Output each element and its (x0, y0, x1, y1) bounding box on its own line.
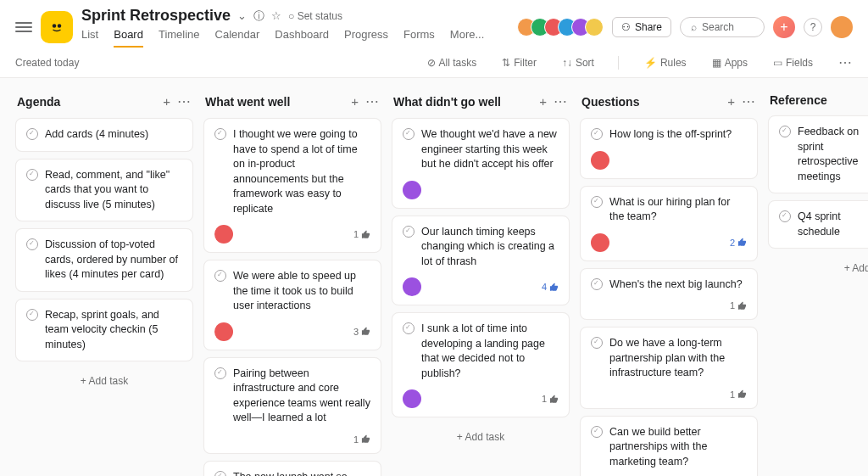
complete-check-icon[interactable] (26, 309, 38, 321)
complete-check-icon[interactable] (403, 226, 415, 238)
add-task-button[interactable]: + Add task (392, 424, 570, 450)
filter-button[interactable]: ⇅Filter (502, 57, 537, 69)
card[interactable]: Discussion of top-voted cards, ordered b… (15, 228, 193, 292)
like-button[interactable]: 3 (353, 327, 370, 337)
like-button[interactable]: 1 (542, 394, 559, 404)
column-title[interactable]: Agenda (17, 95, 156, 109)
project-logo[interactable] (41, 11, 73, 43)
share-button[interactable]: ⚇ Share (612, 17, 671, 37)
tab-timeline[interactable]: Timeline (159, 28, 200, 48)
fields-button[interactable]: ▭Fields (773, 57, 813, 69)
complete-check-icon[interactable] (779, 126, 791, 137)
menu-icon[interactable] (15, 22, 32, 32)
assignee-avatar[interactable] (403, 181, 421, 199)
complete-check-icon[interactable] (403, 322, 415, 334)
card-text: Recap, sprint goals, and team velocity c… (45, 308, 182, 353)
like-button[interactable]: 1 (353, 229, 370, 239)
tab-board[interactable]: Board (114, 28, 143, 48)
search-icon: ⌕ (691, 21, 697, 33)
chevron-down-icon[interactable]: ⌄ (237, 9, 247, 22)
complete-check-icon[interactable] (214, 270, 226, 282)
complete-check-icon[interactable] (26, 169, 38, 181)
card[interactable]: I thought we were going to have to spend… (203, 118, 381, 253)
card[interactable]: Pairing between infrastructure and core … (203, 357, 381, 454)
tab-more[interactable]: More... (450, 28, 484, 48)
column-title[interactable]: Reference (770, 93, 868, 107)
column-more-icon[interactable]: ⋯ (365, 93, 380, 109)
add-task-button[interactable]: + Add task (768, 255, 868, 281)
column-more-icon[interactable]: ⋯ (554, 93, 568, 109)
star-icon[interactable]: ☆ (271, 9, 281, 22)
column-more-icon[interactable]: ⋯ (742, 93, 756, 109)
complete-check-icon[interactable] (779, 210, 791, 222)
assignee-avatar[interactable] (403, 277, 421, 296)
card[interactable]: Recap, sprint goals, and team velocity c… (15, 299, 193, 362)
complete-check-icon[interactable] (26, 128, 38, 140)
sort-button[interactable]: ↑↓Sort (562, 57, 594, 69)
more-icon[interactable]: ⋯ (838, 54, 853, 70)
help-button[interactable]: ? (804, 18, 822, 36)
complete-check-icon[interactable] (214, 128, 226, 140)
card[interactable]: Our launch timing keeps changing which i… (392, 216, 570, 306)
tab-list[interactable]: List (81, 28, 98, 48)
tab-calendar[interactable]: Calendar (215, 28, 260, 48)
card[interactable]: Can we build better partnerships with th… (580, 416, 758, 477)
card[interactable]: We thought we'd have a new engineer star… (392, 118, 570, 209)
card[interactable]: Read, comment, and "like" cards that you… (15, 159, 193, 222)
rules-button[interactable]: ⚡Rules (644, 57, 687, 69)
like-button[interactable]: 1 (353, 434, 370, 445)
tab-forms[interactable]: Forms (403, 28, 435, 48)
complete-check-icon[interactable] (591, 128, 603, 140)
assignee-avatar[interactable] (403, 389, 421, 408)
assignee-avatar[interactable] (214, 322, 233, 341)
set-status-button[interactable]: ○ Set status (288, 10, 342, 22)
card[interactable]: I sunk a lot of time into developing a l… (392, 312, 570, 417)
like-button[interactable]: 2 (730, 238, 747, 248)
add-card-icon[interactable]: + (163, 94, 170, 109)
member-avatar[interactable] (585, 18, 604, 36)
global-add-button[interactable]: + (773, 16, 795, 38)
add-task-button[interactable]: + Add task (15, 368, 193, 394)
complete-check-icon[interactable] (214, 367, 226, 379)
add-card-icon[interactable]: + (727, 94, 735, 109)
assignee-avatar[interactable] (214, 225, 233, 244)
card[interactable]: When's the next big launch?1 (580, 268, 758, 321)
tab-progress[interactable]: Progress (344, 28, 388, 48)
column-title[interactable]: What didn't go well (393, 95, 532, 109)
project-title[interactable]: Sprint Retrospective (81, 7, 231, 25)
assignee-avatar[interactable] (591, 151, 609, 170)
card[interactable]: Do we have a long-term partnership plan … (580, 327, 758, 409)
sort-icon: ↑↓ (562, 57, 572, 69)
card[interactable]: The new launch went so smoothly! Tons of… (203, 461, 381, 477)
user-avatar[interactable] (831, 16, 853, 38)
complete-check-icon[interactable] (26, 238, 38, 250)
card[interactable]: How long is the off-sprint? (580, 118, 758, 179)
tab-dashboard[interactable]: Dashboard (275, 28, 329, 48)
like-button[interactable]: 1 (730, 389, 747, 400)
column-title[interactable]: Questions (581, 95, 721, 109)
complete-check-icon[interactable] (591, 196, 603, 208)
complete-check-icon[interactable] (214, 471, 226, 477)
apps-button[interactable]: ▦Apps (712, 57, 748, 69)
member-avatars[interactable] (522, 18, 604, 36)
assignee-avatar[interactable] (591, 233, 609, 252)
add-card-icon[interactable]: + (351, 94, 359, 109)
info-icon[interactable]: ⓘ (253, 8, 264, 24)
card[interactable]: Q4 sprint schedule (768, 200, 868, 249)
like-button[interactable]: 1 (730, 300, 747, 311)
card[interactable]: We were able to speed up the time it too… (203, 260, 381, 350)
filter-icon: ⇅ (502, 57, 510, 69)
card[interactable]: Add cards (4 minutes) (15, 118, 193, 152)
like-button[interactable]: 4 (542, 282, 559, 292)
search-input[interactable]: ⌕ Search (680, 17, 765, 37)
all-tasks-button[interactable]: ⊘All tasks (427, 57, 477, 69)
complete-check-icon[interactable] (591, 278, 603, 290)
card[interactable]: Feedback on sprint retrospective meeting… (768, 115, 868, 193)
complete-check-icon[interactable] (591, 337, 603, 349)
column-title[interactable]: What went well (205, 95, 344, 109)
card[interactable]: What is our hiring plan for the team?2 (580, 186, 758, 261)
complete-check-icon[interactable] (403, 128, 415, 140)
add-card-icon[interactable]: + (539, 94, 547, 109)
column-more-icon[interactable]: ⋯ (177, 93, 192, 109)
complete-check-icon[interactable] (591, 426, 603, 438)
